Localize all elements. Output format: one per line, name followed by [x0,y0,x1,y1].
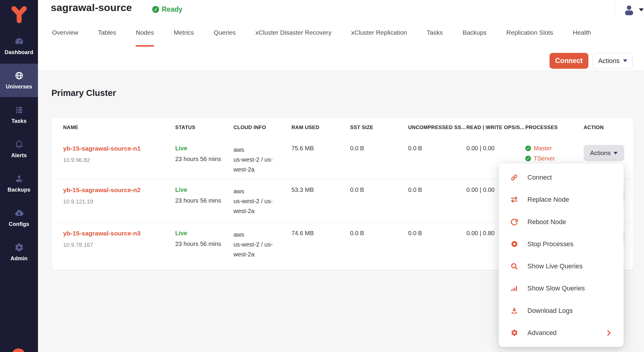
swap-arrows-icon [510,195,518,204]
cloud-region: us-west-2 / us-west-2a [234,240,284,259]
node-name-cell: yb-15-sagrawal-source-n2 10.9.121.19 [63,179,175,222]
bar-chart-icon [510,284,518,293]
sidebar-item-admin[interactable]: Admin [0,235,38,269]
sst-size-cell: 0.0 B [350,138,408,179]
search-icon [510,262,518,270]
column-header-uncompressed-sst: UNCOMPRESSED SS... [408,125,466,131]
sidebar-item-label: Admin [10,255,28,262]
tab-replication-slots[interactable]: Replication Slots [506,29,553,47]
node-name-link[interactable]: yb-15-sagrawal-source-n2 [63,186,175,194]
ram-used-cell: 53.3 MB [292,179,350,222]
column-header-processes: PROCESSES [525,125,584,131]
menu-item-download-logs[interactable]: Download Logs [499,300,624,322]
cloud-region: us-west-2 / us-west-2a [234,155,284,175]
menu-item-show-slow-queries[interactable]: Show Slow Queries [499,277,624,299]
sidebar-item-label: Backups [7,187,30,193]
node-status: Live [175,145,234,152]
column-header-status: STATUS [175,125,234,131]
node-actions-button[interactable]: Actions [584,145,624,161]
sidebar-item-label: Alerts [11,152,27,159]
tab-xcluster-replication[interactable]: xCluster Replication [351,29,407,47]
topbar: sagrawal-source Ready Overview Tables No… [38,0,644,71]
ram-used-cell: 75.6 MB [292,138,350,179]
column-header-read-write-ops: READ | WRITE OPS/S... [466,125,525,131]
sidebar-item-label: Universes [6,84,32,90]
tasks-list-icon [14,105,24,115]
menu-item-stop-processes[interactable]: Stop Processes [499,233,624,255]
node-uptime: 23 hours 56 mins [175,241,234,247]
tab-xcluster-disaster-recovery[interactable]: xCluster Disaster Recovery [255,29,331,47]
admin-gear-icon [14,243,24,252]
column-header-name: NAME [63,125,175,131]
chevron-down-icon [639,8,644,11]
menu-item-label: Reboot Node [527,218,566,226]
cloud-provider: aws [234,145,292,155]
tab-queries[interactable]: Queries [214,29,236,47]
node-uptime: 23 hours 56 mins [175,197,234,204]
user-avatar-icon [623,4,635,16]
yugabyte-logo[interactable] [0,0,38,29]
node-uptime: 23 hours 56 mins [175,156,234,163]
column-header-ram-used: RAM USED [292,125,350,131]
page-title: sagrawal-source [51,2,132,13]
node-name-cell: yb-15-sagrawal-source-n1 10.9.96.82 [63,138,175,179]
sidebar-item-label: Dashboard [5,49,33,56]
sidebar-item-dashboard[interactable]: Dashboard [0,29,38,63]
node-status-cell: Live 23 hours 56 mins [175,223,234,270]
tab-backups[interactable]: Backups [463,29,487,47]
node-cloud-cell: aws us-west-2 / us-west-2a [234,223,292,270]
node-name-link[interactable]: yb-15-sagrawal-source-n1 [63,145,175,152]
rotate-cw-icon [510,218,518,226]
sidebar-item-universes[interactable]: Universes [0,64,38,97]
menu-item-reboot-node[interactable]: Reboot Node [499,211,624,233]
help-button[interactable] [12,348,25,352]
menu-item-show-live-queries[interactable]: Show Live Queries [499,255,624,277]
connect-button[interactable]: Connect [550,53,588,69]
menu-item-label: Replace Node [527,196,569,203]
process-master[interactable]: Master [534,145,552,152]
menu-item-label: Advanced [527,329,557,337]
node-name-link[interactable]: yb-15-sagrawal-source-n3 [63,230,175,237]
sidebar-item-alerts[interactable]: Alerts [0,132,38,166]
column-header-sst-size: SST SIZE [350,125,408,131]
node-status-cell: Live 23 hours 56 mins [175,179,234,222]
ready-check-icon [152,6,159,13]
tab-health[interactable]: Health [573,29,591,47]
universe-actions-button[interactable]: Actions [593,53,633,69]
process-tserver[interactable]: TServer [534,155,555,162]
sst-size-cell: 0.0 B [350,179,408,222]
sidebar-item-tasks[interactable]: Tasks [0,98,38,131]
status-badge: Ready [152,5,182,13]
menu-item-label: Show Live Queries [527,262,583,270]
tab-overview[interactable]: Overview [52,29,78,47]
menu-item-advanced[interactable]: Advanced [499,322,624,344]
gear-icon [510,329,518,337]
backups-upload-icon [14,174,24,183]
node-ip: 10.9.78.167 [63,242,175,248]
configs-cloud-icon [14,208,24,218]
sidebar-item-label: Tasks [11,118,27,124]
tab-tasks[interactable]: Tasks [427,29,443,47]
alerts-bell-icon [14,140,24,149]
tab-metrics[interactable]: Metrics [174,29,194,47]
section-title: Primary Cluster [51,88,116,98]
node-ip: 10.9.121.19 [63,198,175,205]
yugabyte-logo-icon [10,5,28,24]
menu-item-replace-node[interactable]: Replace Node [499,189,624,211]
sidebar-item-backups[interactable]: Backups [0,167,38,200]
node-name-cell: yb-15-sagrawal-source-n3 10.9.78.167 [63,223,175,270]
node-cloud-cell: aws us-west-2 / us-west-2a [234,138,292,179]
node-status-cell: Live 23 hours 56 mins [175,138,234,179]
column-header-cloud-info: CLOUD INFO [234,125,292,131]
sidebar-item-configs[interactable]: Configs [0,201,38,235]
status-badge-label: Ready [162,5,182,13]
tab-tables[interactable]: Tables [98,29,116,47]
user-menu[interactable] [623,4,644,16]
menu-item-connect[interactable]: Connect [499,166,624,189]
universe-actions-label: Actions [598,57,619,65]
sidebar-nav: Dashboard Universes Tasks Alerts [0,29,38,270]
node-cloud-cell: aws us-west-2 / us-west-2a [234,179,292,222]
uncompressed-sst-cell: 0.0 B [408,223,466,270]
chevron-down-icon [623,59,627,62]
tab-nodes[interactable]: Nodes [136,29,154,47]
